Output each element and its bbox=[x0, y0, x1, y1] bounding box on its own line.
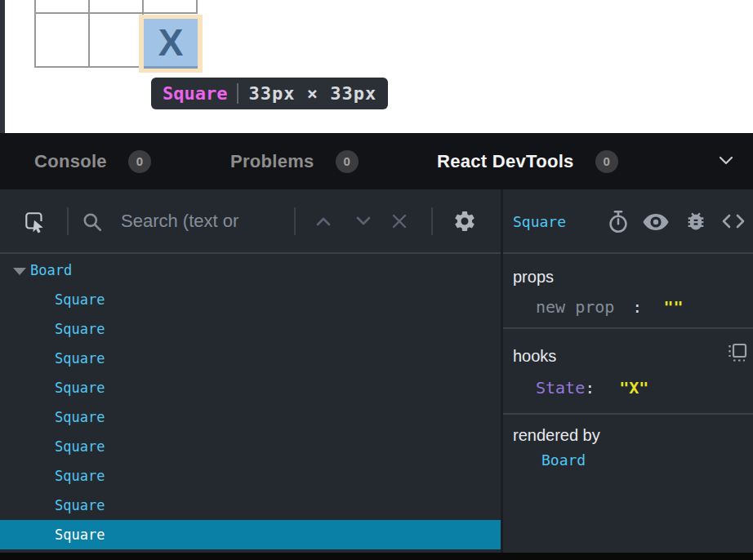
search-input[interactable] bbox=[121, 206, 288, 237]
tree-item-board[interactable]: Board bbox=[0, 256, 501, 285]
hooks-title: hooks bbox=[513, 347, 556, 366]
hook-value[interactable]: "X" bbox=[619, 378, 648, 398]
props-section: props new prop : "" bbox=[503, 254, 753, 329]
toolbar-divider bbox=[431, 207, 433, 235]
search-clear-icon[interactable] bbox=[390, 212, 408, 230]
tab-label: Console bbox=[34, 151, 107, 172]
inspect-tooltip: Square 33px × 33px bbox=[151, 78, 388, 109]
caret-down-icon[interactable] bbox=[13, 268, 26, 275]
tree-item-square[interactable]: Square bbox=[0, 314, 501, 344]
tree-item-square[interactable]: Square bbox=[0, 285, 501, 314]
colon-separator: : bbox=[632, 297, 642, 317]
toolbar-divider bbox=[67, 207, 69, 235]
component-name: Board bbox=[0, 262, 72, 278]
search-previous-icon[interactable] bbox=[315, 216, 332, 227]
tab-count-badge: 0 bbox=[336, 150, 359, 173]
devtools-window: X Square 33px × 33px Console 0 Problems … bbox=[0, 0, 753, 560]
new-prop-input[interactable]: new prop bbox=[536, 297, 614, 317]
props-row: new prop : "" bbox=[536, 297, 683, 317]
bug-icon[interactable] bbox=[684, 210, 707, 233]
devtools-tab-bar: Console 0 Problems 0 React DevTools 0 bbox=[0, 133, 753, 189]
hook-name: State bbox=[536, 378, 585, 398]
tree-item-square[interactable]: Square bbox=[0, 461, 501, 491]
tab-label: Problems bbox=[230, 151, 314, 172]
view-source-icon[interactable] bbox=[721, 211, 746, 231]
board-gridline bbox=[88, 0, 90, 68]
selected-component-name: Square bbox=[513, 211, 566, 233]
owner-link-board[interactable]: Board bbox=[541, 451, 586, 469]
tree-item-square[interactable]: Square bbox=[0, 373, 501, 402]
colon-separator: : bbox=[585, 378, 595, 398]
tooltip-dimensions: 33px × 33px bbox=[248, 83, 376, 104]
tab-count-badge: 0 bbox=[128, 150, 151, 173]
chevron-down-icon[interactable] bbox=[719, 155, 733, 166]
component-name: Square bbox=[0, 409, 105, 425]
rendered-by-section: rendered by Board bbox=[503, 415, 753, 551]
component-inspector-panel: props new prop : "" hooks State : "X" bbox=[503, 254, 753, 553]
tab-count-badge: 0 bbox=[595, 150, 618, 173]
board-gridline bbox=[34, 0, 36, 68]
suspense-timer-icon[interactable] bbox=[607, 210, 630, 234]
square-x-mark: X bbox=[158, 24, 184, 61]
component-name: Square bbox=[0, 350, 105, 367]
search-icon bbox=[82, 211, 103, 233]
component-name: Square bbox=[0, 380, 105, 396]
component-name: Square bbox=[0, 291, 105, 308]
hooks-section: hooks State : "X" bbox=[503, 329, 753, 415]
bottom-edge bbox=[0, 553, 753, 560]
tree-item-square[interactable]: Square bbox=[0, 402, 501, 432]
page-left-edge bbox=[0, 0, 5, 134]
component-name: Square bbox=[0, 527, 105, 543]
component-tree: BoardSquareSquareSquareSquareSquareSquar… bbox=[0, 254, 501, 553]
tree-item-square[interactable]: Square bbox=[0, 344, 501, 373]
search-next-icon[interactable] bbox=[355, 216, 372, 227]
tab-console[interactable]: Console 0 bbox=[34, 133, 151, 189]
tree-item-square[interactable]: Square bbox=[0, 491, 501, 520]
tooltip-component-name: Square bbox=[163, 83, 227, 104]
board-gridline bbox=[34, 12, 198, 14]
rendered-by-title: rendered by bbox=[513, 426, 600, 445]
highlighted-square-cell[interactable]: X bbox=[144, 19, 198, 69]
tree-item-square[interactable]: Square bbox=[0, 432, 501, 461]
inspected-page: X Square 33px × 33px bbox=[0, 0, 753, 134]
tab-label: React DevTools bbox=[437, 151, 574, 172]
hook-state-row[interactable]: State : "X" bbox=[536, 378, 648, 398]
component-name: Square bbox=[0, 497, 105, 513]
tree-item-square-selected[interactable]: Square bbox=[0, 520, 501, 549]
props-title: props bbox=[513, 268, 554, 287]
tooltip-separator bbox=[237, 83, 238, 104]
react-devtools-toolbar: Square bbox=[0, 189, 753, 254]
inspect-dom-eye-icon[interactable] bbox=[642, 212, 670, 232]
component-name: Square bbox=[0, 468, 105, 484]
toolbar-divider bbox=[294, 207, 296, 235]
gear-icon[interactable] bbox=[452, 209, 477, 233]
parse-hook-names-icon[interactable] bbox=[727, 342, 748, 363]
panel-divider[interactable] bbox=[501, 189, 503, 553]
component-name: Square bbox=[0, 321, 105, 337]
inspect-element-picker-icon[interactable] bbox=[23, 210, 47, 234]
component-name: Square bbox=[0, 438, 105, 455]
tab-problems[interactable]: Problems 0 bbox=[230, 133, 359, 189]
tab-react-devtools[interactable]: React DevTools 0 bbox=[437, 133, 618, 189]
prop-value-input[interactable]: "" bbox=[663, 297, 683, 317]
